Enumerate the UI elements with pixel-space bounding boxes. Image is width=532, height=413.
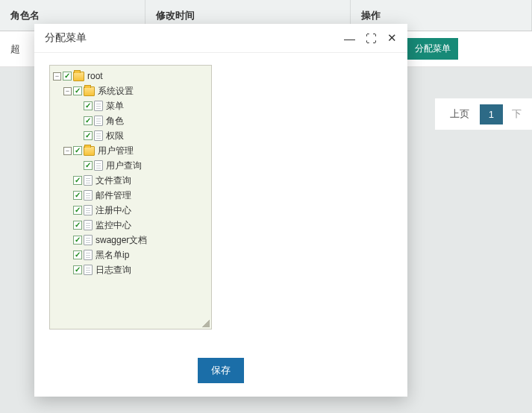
tree-checkbox[interactable]: ✓ bbox=[73, 265, 82, 274]
tree-node-label: root bbox=[86, 69, 103, 83]
toggle-spacer bbox=[74, 117, 82, 125]
tree-node: ✓邮件管理 bbox=[63, 188, 208, 203]
tree-node: ✓权限 bbox=[74, 128, 208, 143]
tree-node-row[interactable]: ✓黑名单ip bbox=[63, 248, 208, 262]
tree-checkbox[interactable]: ✓ bbox=[73, 206, 82, 215]
minimize-icon[interactable]: — bbox=[344, 32, 355, 45]
tree-node-label: 黑名单ip bbox=[94, 248, 129, 262]
tree-panel[interactable]: −✓root−✓系统设置✓菜单✓角色✓权限−✓用户管理✓用户查询✓文件查询✓邮件… bbox=[49, 65, 212, 330]
tree-node-row[interactable]: ✓角色 bbox=[74, 113, 208, 128]
assign-menu-button[interactable]: 分配菜单 bbox=[407, 38, 458, 60]
folder-icon bbox=[84, 86, 95, 96]
tree-node: ✓文件查询 bbox=[63, 173, 208, 188]
tree-node: −✓root−✓系统设置✓菜单✓角色✓权限−✓用户管理✓用户查询✓文件查询✓邮件… bbox=[53, 69, 208, 277]
tree-checkbox[interactable]: ✓ bbox=[73, 236, 82, 245]
tree-node: ✓日志查询 bbox=[63, 262, 208, 277]
toggle-spacer bbox=[63, 266, 72, 274]
tree-node-row[interactable]: ✓菜单 bbox=[74, 98, 208, 113]
page-icon bbox=[84, 235, 93, 245]
tree-node: ✓swagger文档 bbox=[63, 233, 208, 248]
page-icon bbox=[84, 205, 93, 215]
tree-node-label: 系统设置 bbox=[96, 84, 134, 98]
tree-node-row[interactable]: ✓邮件管理 bbox=[63, 188, 208, 203]
tree-node-row[interactable]: ✓文件查询 bbox=[63, 173, 208, 188]
toggle-spacer bbox=[63, 192, 72, 200]
close-icon[interactable]: ✕ bbox=[387, 31, 397, 45]
page-icon bbox=[84, 250, 93, 260]
page-icon bbox=[94, 130, 103, 141]
page-prev[interactable]: 上页 bbox=[442, 103, 477, 125]
dialog-title: 分配菜单 bbox=[45, 31, 87, 45]
tree-node-row[interactable]: −✓root bbox=[53, 69, 208, 83]
page-next[interactable]: 下 bbox=[506, 103, 528, 125]
toggle-spacer bbox=[74, 132, 82, 140]
resize-handle[interactable] bbox=[202, 320, 210, 327]
dialog-footer: 保存 bbox=[34, 349, 407, 397]
tree-node-row[interactable]: ✓监控中心 bbox=[63, 218, 208, 233]
pagination: 上页 1 下 bbox=[435, 98, 532, 130]
tree-node: ✓菜单 bbox=[74, 98, 208, 113]
page-icon bbox=[84, 175, 93, 186]
tree-node: −✓用户管理✓用户查询 bbox=[63, 143, 208, 173]
maximize-icon[interactable]: ⛶ bbox=[366, 32, 377, 45]
toggle-spacer bbox=[74, 162, 82, 170]
page-icon bbox=[94, 116, 103, 126]
tree-checkbox[interactable]: ✓ bbox=[73, 221, 82, 230]
page-icon bbox=[94, 101, 103, 111]
tree-node-label: 用户管理 bbox=[96, 144, 134, 157]
expand-toggle[interactable]: − bbox=[63, 87, 72, 95]
tree-node: −✓系统设置✓菜单✓角色✓权限 bbox=[63, 83, 208, 143]
tree-node-label: 角色 bbox=[104, 114, 124, 127]
toggle-spacer bbox=[63, 221, 72, 230]
folder-icon bbox=[84, 146, 95, 156]
tree-checkbox[interactable]: ✓ bbox=[73, 146, 82, 155]
tree-node-row[interactable]: −✓用户管理 bbox=[63, 143, 208, 158]
tree-node: ✓角色 bbox=[74, 113, 208, 128]
tree-checkbox[interactable]: ✓ bbox=[73, 250, 82, 259]
dialog-controls: — ⛶ ✕ bbox=[344, 31, 397, 45]
folder-icon bbox=[73, 72, 84, 81]
toggle-spacer bbox=[63, 251, 72, 259]
toggle-spacer bbox=[63, 177, 72, 185]
assign-menu-dialog: 分配菜单 — ⛶ ✕ −✓root−✓系统设置✓菜单✓角色✓权限−✓用户管理✓用… bbox=[34, 24, 407, 397]
toggle-spacer bbox=[63, 236, 72, 245]
dialog-body: −✓root−✓系统设置✓菜单✓角色✓权限−✓用户管理✓用户查询✓文件查询✓邮件… bbox=[34, 53, 407, 349]
tree-node-label: 日志查询 bbox=[94, 263, 131, 277]
save-button[interactable]: 保存 bbox=[198, 358, 244, 383]
page-icon bbox=[84, 190, 93, 201]
tree-node-row[interactable]: ✓用户查询 bbox=[74, 158, 208, 173]
tree-node: ✓黑名单ip bbox=[63, 248, 208, 262]
tree-node-label: 用户查询 bbox=[104, 159, 142, 172]
toggle-spacer bbox=[63, 206, 72, 215]
tree-node-row[interactable]: −✓系统设置 bbox=[63, 83, 208, 98]
dialog-header: 分配菜单 — ⛶ ✕ bbox=[34, 24, 407, 53]
tree-node: ✓注册中心 bbox=[63, 203, 208, 218]
page-icon bbox=[84, 220, 93, 230]
tree-checkbox[interactable]: ✓ bbox=[63, 72, 72, 81]
toggle-spacer bbox=[74, 102, 82, 110]
expand-toggle[interactable]: − bbox=[53, 72, 61, 81]
tree-node: ✓监控中心 bbox=[63, 218, 208, 233]
tree-node-label: 邮件管理 bbox=[94, 189, 131, 202]
tree-checkbox[interactable]: ✓ bbox=[73, 191, 82, 200]
tree-node-label: 文件查询 bbox=[94, 174, 131, 187]
page-icon bbox=[84, 265, 93, 275]
tree-checkbox[interactable]: ✓ bbox=[73, 86, 82, 95]
page-current[interactable]: 1 bbox=[480, 104, 503, 124]
expand-toggle[interactable]: − bbox=[63, 147, 72, 155]
tree-node-row[interactable]: ✓权限 bbox=[74, 128, 208, 143]
tree-node-label: 监控中心 bbox=[94, 218, 131, 232]
tree-node-row[interactable]: ✓swagger文档 bbox=[63, 233, 208, 248]
tree-node-label: 注册中心 bbox=[94, 204, 131, 217]
tree-node-label: 权限 bbox=[104, 129, 124, 142]
tree-checkbox[interactable]: ✓ bbox=[84, 131, 93, 140]
page-icon bbox=[94, 160, 103, 171]
tree-checkbox[interactable]: ✓ bbox=[84, 116, 93, 125]
tree-checkbox[interactable]: ✓ bbox=[84, 101, 93, 110]
tree-checkbox[interactable]: ✓ bbox=[84, 161, 93, 170]
tree-node-row[interactable]: ✓注册中心 bbox=[63, 203, 208, 218]
tree-node-row[interactable]: ✓日志查询 bbox=[63, 262, 208, 277]
tree-checkbox[interactable]: ✓ bbox=[73, 176, 82, 185]
menu-tree: −✓root−✓系统设置✓菜单✓角色✓权限−✓用户管理✓用户查询✓文件查询✓邮件… bbox=[53, 69, 208, 277]
tree-node-label: 菜单 bbox=[104, 99, 124, 113]
